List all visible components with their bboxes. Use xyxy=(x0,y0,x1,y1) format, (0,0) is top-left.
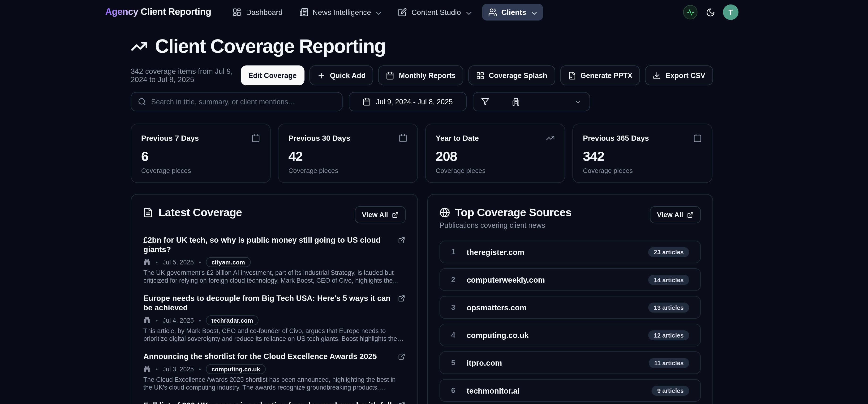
article-source-pill[interactable]: cityam.com xyxy=(206,257,251,267)
chevron-down-icon xyxy=(530,8,537,16)
article-title-link[interactable]: Europe needs to decouple from Big Tech U… xyxy=(144,294,393,313)
source-domain: theregister.com xyxy=(467,248,524,256)
latest-view-all-button[interactable]: View All xyxy=(354,206,406,224)
external-link-icon[interactable] xyxy=(398,353,405,360)
nav-item-label: News Intelligence xyxy=(313,8,371,16)
external-link-icon[interactable] xyxy=(398,295,405,302)
article-item: £2bn for UK tech, so why is public money… xyxy=(144,236,405,284)
external-link-icon[interactable] xyxy=(398,237,405,244)
source-domain: computing.co.uk xyxy=(467,331,528,340)
quick-add-button[interactable]: Quick Add xyxy=(309,65,374,85)
article-title-link[interactable]: £2bn for UK tech, so why is public money… xyxy=(144,236,393,255)
external-link-icon[interactable] xyxy=(398,402,405,404)
nav-item-label: Clients xyxy=(501,8,526,16)
date-range-picker[interactable]: Jul 9, 2024 - Jul 8, 2025 xyxy=(349,92,467,111)
edit-coverage-button[interactable]: Edit Coverage xyxy=(241,65,304,85)
article-summary: The Cloud Excellence Awards 2025 shortli… xyxy=(144,376,405,391)
article-summary: The UK government's £2 billion AI invest… xyxy=(144,269,405,284)
file-text-icon xyxy=(568,71,576,80)
client-filter-select[interactable] xyxy=(473,92,590,111)
source-rank: 5 xyxy=(451,358,460,367)
source-row[interactable]: 3 opsmatters.com 13 articles xyxy=(439,296,701,319)
nav-item-clients[interactable]: Clients xyxy=(482,4,543,20)
source-rank: 2 xyxy=(451,276,460,284)
user-avatar[interactable]: T xyxy=(723,4,739,20)
calendar-icon xyxy=(386,71,394,80)
search-input[interactable] xyxy=(151,97,336,106)
activity-pulse-icon xyxy=(687,8,694,16)
stat-value: 342 xyxy=(583,148,702,164)
article-title-link[interactable]: Announcing the shortlist for the Cloud E… xyxy=(144,352,377,362)
article-title-link[interactable]: Full list of 230 UK companies adopting f… xyxy=(144,401,393,404)
users-icon xyxy=(488,8,497,17)
generate-pptx-button[interactable]: Generate PPTX xyxy=(560,65,640,85)
nav-item-content-studio[interactable]: Content Studio xyxy=(392,4,478,20)
plus-icon xyxy=(317,71,325,80)
activity-status-button[interactable] xyxy=(683,5,698,20)
source-article-count-badge: 14 articles xyxy=(648,275,689,285)
coverage-splash-button[interactable]: Coverage Splash xyxy=(468,65,555,85)
stat-value: 208 xyxy=(436,148,555,164)
article-date: Jul 4, 2025 xyxy=(163,317,194,323)
search-icon xyxy=(138,97,146,106)
stat-card-previous-7-days: Previous 7 Days 6 Coverage pieces xyxy=(131,124,271,183)
coverage-splash-label: Coverage Splash xyxy=(489,71,547,80)
app-viewport: Agency Client Reporting Dashboard News I… xyxy=(0,0,868,404)
trending-up-icon xyxy=(131,37,148,55)
nav-item-label: Content Studio xyxy=(411,8,461,16)
building-icon xyxy=(512,97,520,106)
toolbar-buttons: Edit Coverage Quick Add Monthly Reports xyxy=(241,65,713,85)
pen-square-icon xyxy=(398,8,407,17)
view-all-label: View All xyxy=(362,211,388,219)
article-source-pill[interactable]: computing.co.uk xyxy=(206,364,266,374)
source-domain: computerweekly.com xyxy=(467,275,545,284)
sources-view-all-button[interactable]: View All xyxy=(650,206,701,224)
export-csv-label: Export CSV xyxy=(666,71,706,80)
stat-label: Previous 7 Days xyxy=(141,134,199,142)
file-text-icon xyxy=(143,207,154,218)
source-row[interactable]: 5 itpro.com 11 articles xyxy=(439,351,701,374)
search-box xyxy=(131,92,343,111)
globe-icon xyxy=(439,207,450,218)
article-item: Announcing the shortlist for the Cloud E… xyxy=(144,352,405,391)
main-content: Client Coverage Reporting 342 coverage i… xyxy=(131,35,713,404)
monthly-reports-label: Monthly Reports xyxy=(399,71,456,80)
date-range-value: Jul 9, 2024 - Jul 8, 2025 xyxy=(376,97,453,106)
monthly-reports-button[interactable]: Monthly Reports xyxy=(378,65,463,85)
stat-label: Previous 30 Days xyxy=(288,134,350,142)
export-csv-button[interactable]: Export CSV xyxy=(645,65,713,85)
articles-list: £2bn for UK tech, so why is public money… xyxy=(131,223,417,404)
nav-item-dashboard[interactable]: Dashboard xyxy=(226,4,289,20)
stat-caption: Coverage pieces xyxy=(583,167,702,175)
toolbar-row: 342 coverage items from Jul 9, 2024 to J… xyxy=(131,65,713,85)
dashboard-grid-icon xyxy=(233,8,242,17)
sources-list: 1 theregister.com 23 articles 2 computer… xyxy=(428,229,712,402)
source-row[interactable]: 1 theregister.com 23 articles xyxy=(439,240,701,263)
source-row[interactable]: 4 computing.co.uk 12 articles xyxy=(439,324,701,346)
page-header: Client Coverage Reporting xyxy=(131,35,713,57)
top-sources-panel: Top Coverage Sources Publications coveri… xyxy=(427,194,713,404)
source-row[interactable]: 2 computerweekly.com 14 articles xyxy=(439,268,701,291)
quick-add-label: Quick Add xyxy=(330,71,366,80)
dark-mode-toggle[interactable] xyxy=(704,5,717,19)
source-article-count-badge: 11 articles xyxy=(649,358,689,368)
stat-caption: Coverage pieces xyxy=(436,167,555,175)
stat-caption: Coverage pieces xyxy=(288,167,407,175)
stat-card-previous-365-days: Previous 365 Days 342 Coverage pieces xyxy=(572,124,713,183)
building-icon xyxy=(144,316,151,324)
stat-caption: Coverage pieces xyxy=(141,167,260,175)
top-nav: Agency Client Reporting Dashboard News I… xyxy=(0,0,868,24)
calendar-icon xyxy=(251,134,260,142)
nav-item-label: Dashboard xyxy=(246,8,283,16)
source-row[interactable]: 6 techmonitor.ai 9 articles xyxy=(439,379,701,402)
nav-item-news-intelligence[interactable]: News Intelligence xyxy=(293,4,388,20)
stat-card-previous-30-days: Previous 30 Days 42 Coverage pieces xyxy=(278,124,418,183)
article-source-pill[interactable]: techradar.com xyxy=(206,315,259,325)
source-rank: 3 xyxy=(451,303,460,312)
stats-row: Previous 7 Days 6 Coverage pieces Previo… xyxy=(131,124,713,183)
brand-logo[interactable]: Agency Client Reporting xyxy=(105,7,211,18)
stat-value: 6 xyxy=(141,148,260,164)
source-domain: techmonitor.ai xyxy=(467,386,520,395)
top-sources-title: Top Coverage Sources xyxy=(455,206,571,219)
building-icon xyxy=(144,365,151,372)
